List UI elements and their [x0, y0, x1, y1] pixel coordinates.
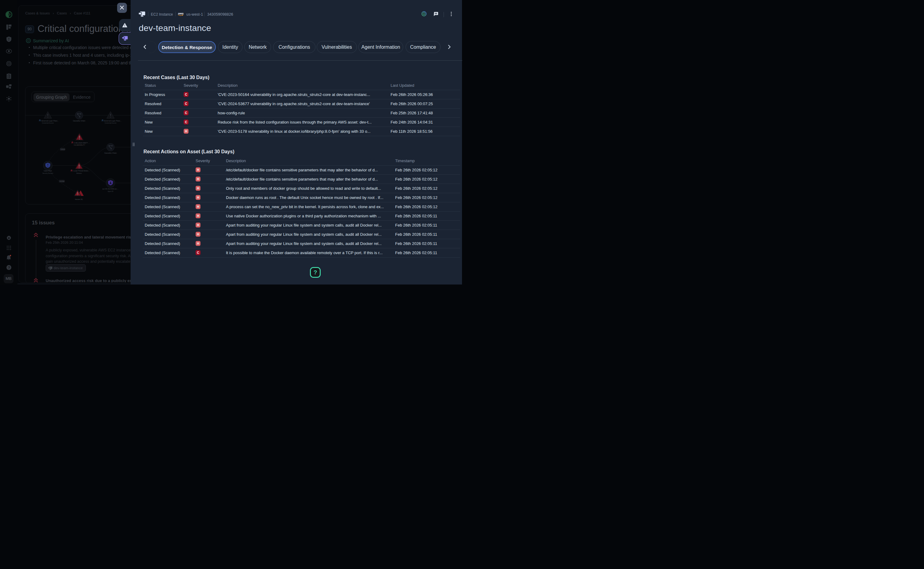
svg-text:Credential Access: Credential Access: [105, 122, 117, 124]
svg-text:Malware: Malware: [76, 173, 82, 174]
svg-text:Security Domain: Security Domain: [42, 173, 53, 174]
svg-text:aws: aws: [178, 12, 184, 15]
svg-text:External Login Pass...: External Login Pass...: [42, 120, 59, 122]
svg-text:Issues (4): Issues (4): [75, 198, 83, 200]
svg-text:Causality Chain: Causality Chain: [73, 120, 85, 122]
svg-text:linked: linked: [61, 148, 65, 150]
svg-text:CVE-2024-53677 ...: CVE-2024-53677 ...: [74, 142, 90, 144]
svg-text:Local Threat Detec...: Local Threat Detec...: [73, 170, 90, 172]
svg-text:?: ?: [8, 266, 10, 269]
svg-text:Causality Chain: Causality Chain: [104, 152, 117, 154]
svg-text:similar: similar: [60, 180, 65, 182]
svg-text:VULNERABILITY: VULNERABILITY: [74, 145, 85, 146]
svg-text:Agent ID: Agent ID: [108, 191, 113, 192]
svg-text:Case #111: Case #111: [44, 170, 52, 172]
svg-text:ip-172-31-8-83.us-...: ip-172-31-8-83.us-...: [102, 188, 119, 190]
svg-text:External Login Pass...: External Login Pass...: [104, 120, 122, 122]
svg-text:Credential Access: Credential Access: [42, 122, 54, 124]
